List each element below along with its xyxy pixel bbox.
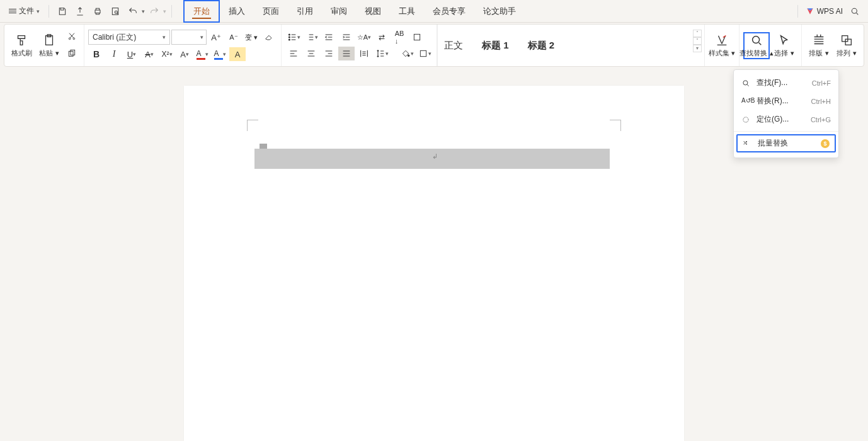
tab-review[interactable]: 审阅 [322,0,356,23]
phonetic-button[interactable]: 变 ▾ [243,30,260,44]
redo-dropdown-icon[interactable]: ▾ [163,8,166,14]
paste-button[interactable]: 粘贴 ▾ [36,33,62,58]
dropdown-item-shortcut: Ctrl+G [811,116,831,123]
font-name-value: Calibri (正文) [93,32,136,43]
highlight-button[interactable]: A▾ [212,47,228,61]
bold-icon: B [93,49,100,59]
svg-rect-0 [95,10,100,13]
align-left-button[interactable] [285,47,302,60]
copy-button[interactable] [64,47,80,61]
redo-icon[interactable] [146,3,163,20]
align-justify-button[interactable] [338,47,355,60]
bullets-icon [287,32,297,42]
font-color-icon: A [197,49,205,60]
undo-icon[interactable] [125,3,141,20]
svg-point-7 [73,38,75,40]
svg-point-11 [288,37,290,38]
dropdown-item-find[interactable]: 查找(F)... Ctrl+F [734,74,838,92]
increase-indent-button[interactable] [338,30,355,44]
dropdown-item-batch-replace[interactable]: ⤭ 批量替换 $ [736,134,836,152]
fill-color-button[interactable]: ▾ [399,47,415,60]
font-group: Calibri (正文)▾ ▾ A⁺ A⁻ 变 ▾ B I U▾ A▾ X²▾ … [84,25,282,66]
file-menu-button[interactable]: 文件 ▾ [5,3,43,19]
dropdown-separator [734,131,838,132]
font-size-select[interactable]: ▾ [171,30,207,45]
shrink-font-button[interactable]: A⁻ [226,30,242,44]
line-spacing-button[interactable]: ▾ [374,47,390,60]
select-button[interactable]: 选择 ▾ [771,33,797,58]
expand-icon[interactable]: ▾ [693,45,702,52]
arrange-button[interactable]: 排列 ▾ [833,33,860,58]
batch-replace-icon: ⤭ [743,139,751,148]
grow-font-icon: A⁺ [211,33,221,42]
clear-format-button[interactable] [261,30,277,44]
tab-tools[interactable]: 工具 [390,0,424,23]
search-icon[interactable] [847,3,863,20]
layout-button[interactable]: 排版 ▾ [806,33,832,58]
sort-button[interactable]: ⇄ [374,30,390,44]
show-marks-button[interactable] [409,30,425,44]
editing-group: 查找替换 ▴ 选择 ▾ [740,25,801,66]
replace-icon: A↺B [741,97,750,106]
chevron-down-icon: ▾ [200,34,203,40]
distribute-button[interactable] [356,47,372,60]
find-replace-button[interactable]: 查找替换 ▴ [743,32,770,59]
tab-reference[interactable]: 引用 [288,0,322,23]
chevron-down-icon[interactable]: ˅ [693,37,702,45]
bold-button[interactable]: B [88,47,105,61]
char-scale-icon: ☆A [357,33,368,42]
chevron-up-icon[interactable]: ˄ [693,30,702,37]
align-center-button[interactable] [303,47,319,60]
styles-button[interactable]: 样式集 ▾ [709,33,735,58]
tab-stops-button[interactable]: AB↓ [391,30,408,44]
styles-label: 样式集 ▾ [709,49,735,58]
style-normal[interactable]: 正文 [444,40,463,52]
wps-ai-logo-icon [806,7,814,16]
svg-rect-8 [69,51,73,56]
outdent-icon [324,32,334,42]
copy-icon [67,49,77,59]
shading-button[interactable]: A [229,47,246,61]
italic-button[interactable]: I [106,47,122,61]
styles-group: 样式集 ▾ [705,25,740,66]
document-page[interactable] [184,86,684,441]
tab-view[interactable]: 视图 [356,0,390,23]
char-scale-button[interactable]: ☆A▾ [356,30,372,44]
save-icon[interactable] [54,3,71,20]
text-effect-button[interactable]: A▾ [176,47,193,61]
strikethrough-button[interactable]: A▾ [141,47,157,61]
tab-page[interactable]: 页面 [254,0,288,23]
superscript-button[interactable]: X²▾ [159,47,175,61]
tab-thesis[interactable]: 论文助手 [474,0,525,23]
wps-ai-button[interactable]: WPS AI [806,7,843,16]
print-icon[interactable] [89,3,106,20]
bullets-button[interactable]: ▾ [285,30,302,44]
align-right-button[interactable] [321,47,337,60]
font-color-button[interactable]: A▾ [194,47,210,61]
decrease-indent-button[interactable] [321,30,337,44]
numbering-button[interactable]: ▾ [303,30,319,44]
borders-button[interactable]: ▾ [416,47,433,60]
cut-button[interactable] [64,30,80,43]
font-name-select[interactable]: Calibri (正文)▾ [88,30,170,45]
sort-icon: ⇄ [379,33,385,42]
undo-dropdown-icon[interactable]: ▾ [142,8,145,14]
style-heading1[interactable]: 标题 1 [482,40,509,52]
svg-point-19 [743,80,748,84]
underline-button[interactable]: U▾ [123,47,140,61]
print-preview-icon[interactable] [107,3,123,20]
format-painter-button[interactable]: 格式刷 [8,33,35,58]
export-icon[interactable] [72,3,88,20]
dropdown-item-goto[interactable]: 定位(G)... Ctrl+G [734,110,838,129]
tab-member[interactable]: 会员专享 [424,0,474,23]
italic-icon: I [113,49,116,59]
gallery-scroll[interactable]: ˄˅▾ [693,30,702,52]
dropdown-item-replace[interactable]: A↺B 替换(R)... Ctrl+H [734,92,838,110]
tab-icon: AB↓ [395,30,404,45]
tab-home[interactable]: 开始 [183,0,220,23]
tab-insert[interactable]: 插入 [220,0,254,23]
style-heading2[interactable]: 标题 2 [528,40,555,52]
layout-icon [812,33,826,47]
svg-point-10 [288,34,290,35]
grow-font-button[interactable]: A⁺ [208,30,224,44]
